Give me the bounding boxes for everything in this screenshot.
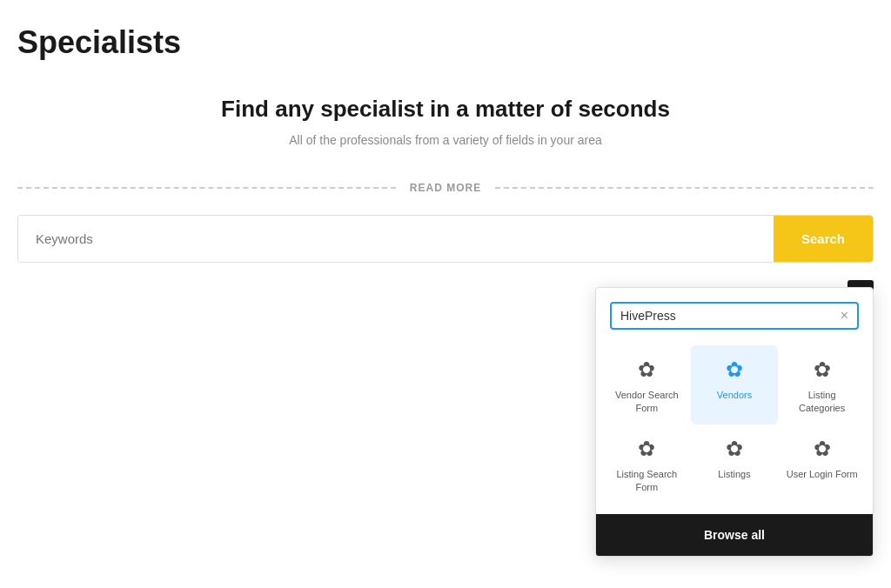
block-picker-popup: × ✿Vendor Search Form✿Vendors✿Listing Ca… xyxy=(595,287,874,557)
popup-search-input[interactable] xyxy=(620,309,841,323)
popup-grid-label-user-login-form: User Login Form xyxy=(787,468,858,481)
page-title: Specialists xyxy=(0,0,891,70)
popup-grid-item-vendor-search-form[interactable]: ✿Vendor Search Form xyxy=(603,345,691,424)
browse-all-button[interactable]: Browse all xyxy=(596,514,873,556)
plugin-icon-listings: ✿ xyxy=(726,437,743,461)
read-more-divider[interactable]: READ MORE xyxy=(17,182,874,194)
plugin-icon-vendors: ✿ xyxy=(726,357,743,382)
popup-grid-item-listings[interactable]: ✿Listings xyxy=(691,424,779,504)
read-more-label[interactable]: READ MORE xyxy=(396,182,495,194)
search-button[interactable]: Search xyxy=(774,216,873,262)
popup-grid: ✿Vendor Search Form✿Vendors✿Listing Cate… xyxy=(596,338,873,514)
popup-grid-label-vendor-search-form: Vendor Search Form xyxy=(610,389,684,416)
popup-grid-label-listing-search-form: Listing Search Form xyxy=(610,468,684,495)
popup-grid-item-vendors[interactable]: ✿Vendors xyxy=(691,345,779,424)
hero-section: Find any specialist in a matter of secon… xyxy=(0,70,891,173)
plugin-icon-vendor-search-form: ✿ xyxy=(638,357,655,382)
popup-search-clear-button[interactable]: × xyxy=(841,309,848,323)
hero-heading: Find any specialist in a matter of secon… xyxy=(17,96,874,123)
popup-grid-item-listing-search-form[interactable]: ✿Listing Search Form xyxy=(603,424,691,504)
plugin-icon-listing-search-form: ✿ xyxy=(638,437,655,461)
popup-grid-label-listing-categories: Listing Categories xyxy=(785,389,859,416)
popup-grid-item-user-login-form[interactable]: ✿User Login Form xyxy=(778,424,866,504)
plugin-icon-user-login-form: ✿ xyxy=(814,437,831,461)
popup-search-wrapper: × xyxy=(596,288,873,338)
popup-grid-label-listings: Listings xyxy=(718,468,750,481)
popup-search-inner: × xyxy=(610,302,859,330)
popup-grid-label-vendors: Vendors xyxy=(717,389,752,402)
popup-grid-item-listing-categories[interactable]: ✿Listing Categories xyxy=(778,345,866,424)
plugin-icon-listing-categories: ✿ xyxy=(814,357,831,382)
search-bar: Search xyxy=(17,215,874,263)
hero-subheading: All of the professionals from a variety … xyxy=(17,133,874,147)
search-input[interactable] xyxy=(18,216,774,262)
